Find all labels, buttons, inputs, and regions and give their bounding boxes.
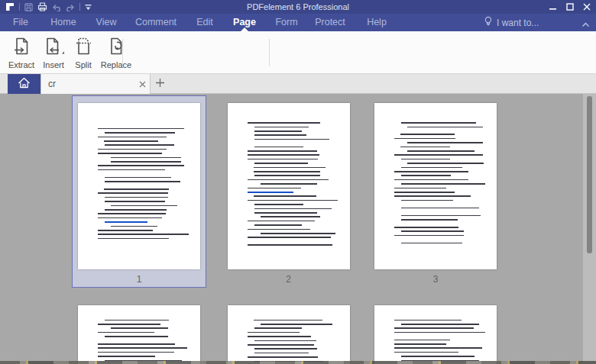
thumbnail-text-line [394,188,446,189]
menu-item-edit[interactable]: Edit [196,14,213,31]
thumbnail-text-line [248,244,333,246]
extract-button[interactable]: Extract [6,36,37,69]
thumbnail-text-line [111,205,177,207]
thumbnail-text-line [394,343,446,345]
thumbnail-text-line [401,175,451,176]
replace-button[interactable]: Replace [98,36,134,69]
scrollbar-thumb[interactable] [587,96,592,253]
thumbnail-text-line [111,161,181,163]
close-icon[interactable] [134,76,150,92]
page-thumbnail-4[interactable] [78,305,200,364]
thumbnail-text-line [401,159,450,160]
maximize-button[interactable] [565,2,575,12]
thumbnail-text-line [105,181,180,182]
document-tab[interactable]: cr [40,74,151,94]
insert-button[interactable]: Insert [38,36,69,69]
menu-item-view[interactable]: View [96,14,117,31]
home-tab-button[interactable] [8,74,40,94]
divider [79,3,80,11]
thumbnail-text-line [394,340,450,341]
thumbnail-text-line [254,163,308,164]
thumbnail-text-line [401,230,463,232]
redo-icon[interactable] [66,3,75,11]
thumbnail-text-line [254,340,316,342]
page-thumbnail-1[interactable] [78,103,200,269]
thumbnail-text-line [98,352,173,353]
customize-toolbar-dropdown-icon[interactable] [85,4,92,11]
thumbnail-text-line [248,188,301,189]
page-toolbar: Extract Insert Split [0,31,596,74]
thumbnail-text-line [407,150,474,152]
thumbnail-text-line [401,243,462,244]
i-want-to-label: I want to... [497,18,539,28]
thumbnail-text-line [105,177,171,179]
minimize-button[interactable] [548,2,558,12]
insert-icon [42,36,66,60]
thumbnail-text-line [401,208,479,209]
thumbnail-text-line [261,324,332,325]
new-tab-button[interactable] [153,77,167,91]
page-thumbnail-5[interactable] [228,305,350,364]
menu-item-comment[interactable]: Comment [135,14,177,31]
thumbnail-text-line [261,183,317,185]
thumbnail-text-line [394,179,468,181]
split-button[interactable]: Split [70,36,96,69]
save-icon[interactable] [24,3,33,11]
document-tabbar: cr [0,74,596,94]
thumbnail-text-line [105,201,165,202]
page-thumbnail-2[interactable] [228,103,350,269]
menu-item-home[interactable]: Home [50,14,76,31]
thumbnail-text-line [248,200,338,201]
page-thumbnail-6[interactable] [374,305,497,364]
thumbnail-text-line [104,140,158,142]
thumbnail-text-line [254,147,303,148]
thumbnail-text-line [98,343,174,345]
thumbnail-text-line [254,130,302,132]
page-number-label: 2 [286,274,291,285]
thumbnail-text-line [98,165,183,166]
menu-item-form[interactable]: Form [275,14,297,31]
thumbnail-link-line [248,192,293,193]
thumbnail-text-line [254,208,332,210]
window-title: PDFelement 6 Professional [247,0,349,14]
thumbnail-text-line [254,204,303,205]
thumbnail-text-line [254,134,306,136]
thumbnail-text-line [105,132,175,134]
thumbnail-text-line [248,344,314,346]
thumbnail-text-line [248,221,315,222]
insert-label: Insert [43,61,64,69]
menu-item-file[interactable]: File [13,14,28,31]
window-controls [548,0,591,14]
menubar: FileHomeViewCommentEditPageFormProtectHe… [0,14,596,31]
thumbnail-text-line [248,159,318,160]
thumbnail-text-line [98,192,168,194]
thumbnail-text-line [401,219,457,221]
menu-item-protect[interactable]: Protect [315,14,345,31]
thumbnail-text-line [401,324,478,325]
menu-item-help[interactable]: Help [367,14,387,31]
plus-icon [155,77,165,91]
chevron-up-icon[interactable] [581,17,590,31]
divider [19,3,20,11]
page-thumbnail-3[interactable] [374,103,497,269]
close-button[interactable] [581,2,591,12]
thumbnail-text-line [407,163,484,164]
thumbnail-text-line [394,320,462,321]
thumbnail-text-line [394,171,468,172]
thumbnail-text-line [254,175,320,176]
thumbnail-text-line [254,195,317,197]
thumbnail-text-line [111,157,181,159]
thumbnail-text-line [394,235,464,237]
vertical-scrollbar[interactable] [583,94,596,364]
undo-icon[interactable] [52,3,61,11]
page-number-label: 3 [433,274,439,285]
thumbnail-text-line [98,213,166,214]
thumbnail-text-line [98,347,187,349]
i-want-to-button[interactable]: I want to... [484,14,539,31]
thumbnail-text-line [105,209,167,211]
print-icon[interactable] [37,2,47,11]
thumbnail-text-line [254,353,309,354]
thumbnail-text-line [401,167,462,169]
thumbnail-text-line [394,332,485,333]
thumbnail-link-line [105,221,147,223]
